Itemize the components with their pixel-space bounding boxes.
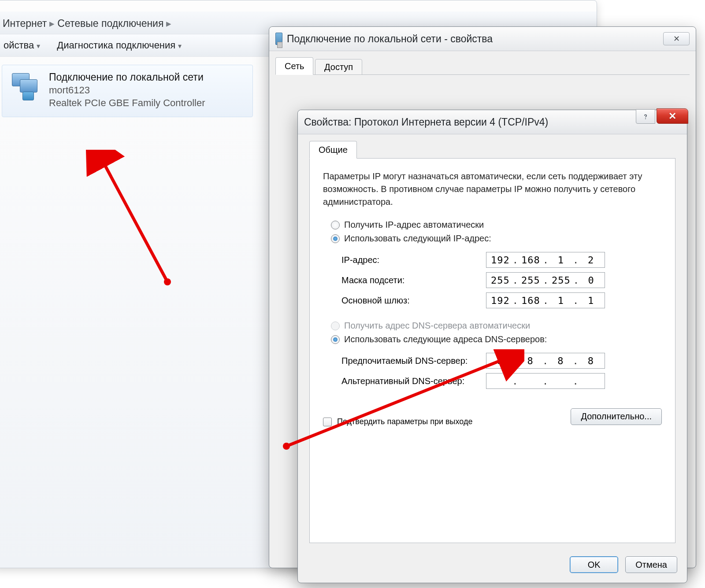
breadcrumb-sep-icon: ▸ — [166, 18, 171, 30]
radio-icon — [331, 335, 340, 344]
breadcrumb-item[interactable]: Сетевые подключения — [57, 18, 163, 30]
advanced-button[interactable]: Дополнительно... — [571, 408, 662, 425]
description-text: Параметры IP могут назначаться автоматич… — [323, 170, 662, 208]
radio-icon — [331, 234, 340, 243]
connection-item[interactable]: Подключение по локальной сети mort6123 R… — [2, 65, 253, 117]
tabstrip: Сеть Доступ — [275, 57, 690, 75]
radio-ip-auto[interactable]: Получить IP-адрес автоматически — [331, 220, 662, 230]
help-button[interactable] — [636, 109, 655, 124]
connection-status: mort6123 — [49, 85, 205, 96]
input-subnet-mask[interactable]: 255. 255. 255. 0 — [486, 272, 605, 288]
dialog-title: Подключение по локальной сети - свойства — [287, 33, 493, 45]
tabstrip: Общие — [309, 141, 675, 159]
radio-label: Использовать следующие адреса DNS-сервер… — [344, 334, 547, 344]
connection-name: Подключение по локальной сети — [49, 71, 205, 83]
radio-dns-manual[interactable]: Использовать следующие адреса DNS-сервер… — [331, 334, 662, 344]
radio-label: Получить IP-адрес автоматически — [344, 220, 484, 230]
label-mask: Маска подсети: — [341, 275, 478, 285]
ok-button[interactable]: OK — [570, 556, 618, 573]
close-button[interactable]: ✕ — [657, 108, 688, 124]
breadcrumb-item[interactable]: Интернет — [3, 18, 47, 30]
radio-ip-manual[interactable]: Использовать следующий IP-адрес: — [331, 233, 662, 244]
radio-label: Использовать следующий IP-адрес: — [344, 233, 491, 244]
close-button[interactable]: ✕ — [663, 32, 690, 45]
radio-label: Получить адрес DNS-сервера автоматически — [344, 321, 530, 331]
tab-access[interactable]: Доступ — [315, 59, 362, 75]
dialog-titlebar[interactable]: Свойства: Протокол Интернета версии 4 (T… — [298, 110, 687, 134]
radio-icon — [331, 221, 340, 229]
checkbox-label: Подтвердить параметры при выходе — [337, 417, 472, 426]
label-dns2: Альтернативный DNS-сервер: — [341, 376, 478, 386]
label-ip: IP-адрес: — [341, 255, 478, 265]
ethernet-icon — [275, 33, 282, 45]
dialog-title: Свойства: Протокол Интернета версии 4 (T… — [304, 116, 548, 128]
label-gateway: Основной шлюз: — [341, 296, 478, 306]
general-panel: Параметры IP могут назначаться автоматич… — [309, 159, 675, 543]
tab-network[interactable]: Сеть — [275, 57, 313, 75]
toolbar-properties[interactable]: ойства — [4, 40, 40, 51]
checkbox-validate-on-exit[interactable] — [323, 418, 332, 426]
radio-icon — [331, 322, 340, 330]
label-dns1: Предпочитаемый DNS-сервер: — [341, 356, 478, 366]
help-icon — [642, 113, 649, 121]
tab-general[interactable]: Общие — [309, 141, 357, 159]
svg-point-0 — [645, 118, 646, 119]
input-default-gateway[interactable]: 192. 168. 1. 1 — [486, 292, 605, 308]
radio-dns-auto: Получить адрес DNS-сервера автоматически — [331, 321, 662, 331]
tcpip-properties-dialog: Свойства: Протокол Интернета версии 4 (T… — [297, 110, 687, 583]
cancel-button[interactable]: Отмена — [625, 556, 677, 573]
input-preferred-dns[interactable]: 8. 8. 8. 8 — [486, 353, 605, 369]
toolbar-diagnose[interactable]: Диагностика подключения — [57, 40, 182, 51]
connection-device: Realtek PCIe GBE Family Controller — [49, 97, 205, 109]
input-ip-address[interactable]: 192. 168. 1. 2 — [486, 252, 605, 268]
breadcrumb-sep-icon: ▸ — [49, 18, 55, 30]
dialog-titlebar[interactable]: Подключение по локальной сети - свойства… — [269, 27, 696, 51]
network-adapter-icon — [10, 71, 41, 102]
input-alternate-dns[interactable]: . . . — [486, 373, 605, 389]
